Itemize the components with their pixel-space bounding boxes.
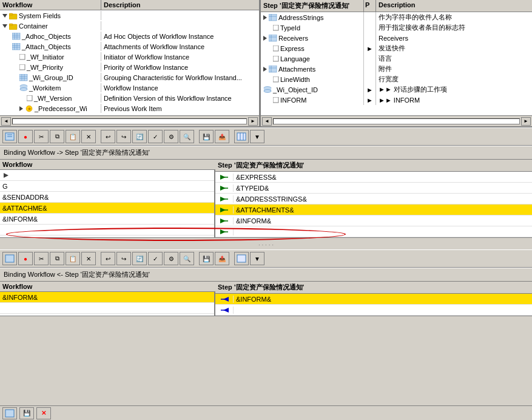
binding-row-highlighted[interactable]: &ATTACHMENTS&	[215, 205, 532, 215]
toolbar-btn-delete[interactable]: ✕	[81, 130, 96, 143]
toolbar-btn-undo2[interactable]: ↩	[101, 252, 115, 265]
scroll-right-btn[interactable]: ►	[248, 117, 258, 126]
arrow-left-icon	[220, 296, 229, 303]
status-btn2[interactable]: 💾	[19, 407, 34, 419]
scroll-track[interactable]	[12, 118, 247, 124]
expand-icon[interactable]	[263, 36, 267, 41]
square-icon	[273, 46, 279, 52]
binding-row[interactable]	[215, 305, 532, 316]
tree-row[interactable]: ★ _Predecessor_Wi Previous Work Item	[0, 103, 259, 113]
tree-row[interactable]: _Attach_Objects Attachments of Workflow …	[0, 41, 259, 52]
right-row[interactable]: LineWidth 行宽度	[261, 74, 532, 84]
status-btn3[interactable]: ✕	[36, 407, 51, 419]
binding-row[interactable]	[0, 225, 214, 235]
right-row[interactable]: _Wi_Object_ID ► ►► 对话步骤的工作项	[261, 84, 532, 95]
svg-rect-35	[273, 56, 278, 61]
expand-icon[interactable]	[2, 14, 7, 18]
toolbar-btn-redo[interactable]: ↪	[116, 130, 131, 143]
left-hscroll[interactable]: ◄ ►	[0, 115, 259, 126]
toolbar-btn-refresh[interactable]: 🔄	[132, 130, 147, 143]
right-row[interactable]: Receivers Receivers	[261, 33, 532, 43]
toolbar-btn-save[interactable]: 💾	[199, 130, 214, 143]
toolbar-btn-redo2[interactable]: ↪	[116, 252, 131, 265]
toolbar-btn-red2[interactable]: ●	[18, 252, 33, 265]
toolbar-btn-check[interactable]: ✓	[148, 130, 163, 143]
toolbar-btn-settings[interactable]: ⚙	[164, 130, 178, 143]
tree-cell-name: _Workitem	[0, 83, 101, 92]
tree-row[interactable]: _Workitem Workflow Instance	[0, 83, 259, 93]
right-hscroll[interactable]: ◄ ►	[261, 115, 532, 126]
tree-row[interactable]: _Wf_Version Definition Version of this W…	[0, 93, 259, 103]
right-row[interactable]: AddressStrings 作为字符串的收件人名称	[261, 12, 532, 22]
tree-row[interactable]: Container	[0, 21, 259, 31]
toolbar-btn-check2[interactable]: ✓	[148, 252, 163, 265]
svg-rect-63	[5, 255, 14, 262]
toolbar-btn-search2[interactable]: 🔍	[180, 252, 194, 265]
toolbar-btn-extra2[interactable]: ▼	[250, 252, 264, 265]
toolbar-btn-new2[interactable]	[2, 252, 17, 265]
left-tree-body[interactable]: System Fields Container	[0, 10, 259, 115]
tree-row[interactable]: _Wf_Priority Priority of Workflow Instan…	[0, 62, 259, 72]
right-row[interactable]: Language 语言	[261, 53, 532, 64]
scroll-track[interactable]	[273, 118, 520, 124]
binding-row[interactable]	[0, 170, 214, 181]
toolbar-btn-cut2[interactable]: ✂	[34, 252, 49, 265]
expand-icon[interactable]	[263, 67, 267, 72]
binding-row[interactable]: &INFORM&	[0, 214, 214, 225]
toolbar-btn-copy2[interactable]: ⧉	[50, 252, 64, 265]
right-row[interactable]: INFORM ► ►► INFORM	[261, 95, 532, 105]
toolbar-btn-refresh2[interactable]: 🔄	[132, 252, 147, 265]
expand-icon[interactable]	[263, 15, 267, 20]
binding-row-highlighted[interactable]: &ATTACHME&	[0, 203, 214, 214]
scroll-right-btn[interactable]: ►	[521, 117, 531, 126]
toolbar-btn-paste[interactable]: 📋	[66, 130, 80, 143]
scroll-left-btn[interactable]: ◄	[262, 117, 272, 126]
toolbar-btn-extra[interactable]: ▼	[250, 130, 264, 143]
binding-row[interactable]: &EXPRESS&	[215, 172, 532, 183]
right-row[interactable]: Express ► 发送快件	[261, 43, 532, 53]
toolbar-btn-paste2[interactable]: 📋	[66, 252, 80, 265]
binding-row[interactable]: &INFORM&	[215, 215, 532, 226]
right-row[interactable]: Attachments 附件	[261, 64, 532, 74]
toolbar-btn-new[interactable]	[2, 130, 17, 143]
binding-row[interactable]: &TYPEID&	[215, 183, 532, 194]
binding-row[interactable]: &SENDADDR&	[0, 192, 214, 203]
binding-row-highlighted[interactable]: &INFORM&	[0, 292, 214, 303]
grid-icon	[19, 74, 28, 81]
binding-left-section: Workflow G &SENDADDR& &ATTACHME& &INFORM…	[0, 160, 215, 237]
tree-cell-desc: Initiator of Workflow Instance	[101, 53, 259, 61]
toolbar-btn-cut[interactable]: ✂	[34, 130, 49, 143]
tree-row[interactable]: _Adhoc_Objects Ad Hoc Objects of Workflo…	[0, 31, 259, 41]
toolbar-btn-red[interactable]: ●	[18, 130, 33, 143]
tree-row[interactable]: _Wf_Initiator Initiator of Workflow Inst…	[0, 52, 259, 62]
arrow-cell	[215, 217, 234, 225]
right-tree-body[interactable]: AddressStrings 作为字符串的收件人名称 TypeId 用于指定接收…	[261, 12, 532, 115]
expand-icon[interactable]	[2, 24, 7, 28]
toolbar-btn-grid2[interactable]	[234, 252, 249, 265]
toolbar-btn-export[interactable]: 📤	[215, 130, 229, 143]
svg-rect-36	[269, 66, 277, 72]
right-cell-p	[364, 22, 376, 33]
toolbar-btn-search[interactable]: 🔍	[180, 130, 194, 143]
toolbar-btn-settings2[interactable]: ⚙	[164, 252, 178, 265]
tree-row[interactable]: System Fields	[0, 10, 259, 21]
node-label: AddressStrings	[278, 14, 324, 21]
binding-row[interactable]	[0, 303, 214, 314]
binding-row-highlighted[interactable]: &INFORM&	[215, 294, 532, 305]
binding-row[interactable]: &ADDRESSSTRINGS&	[215, 194, 532, 205]
toolbar-btn-export2[interactable]: 📤	[215, 252, 229, 265]
binding-left-cell: &SENDADDR&	[0, 192, 214, 202]
expand-icon[interactable]	[19, 106, 23, 111]
toolbar-btn-copy[interactable]: ⧉	[50, 130, 64, 143]
toolbar-btn-undo[interactable]: ↩	[101, 130, 115, 143]
right-cell-step: TypeId	[261, 22, 364, 33]
tree-row[interactable]: _Wi_Group_ID Grouping Characteristic for…	[0, 72, 259, 83]
toolbar-btn-delete2[interactable]: ✕	[81, 252, 96, 265]
status-btn1[interactable]	[2, 407, 17, 419]
scroll-left-btn[interactable]: ◄	[1, 117, 11, 126]
binding-row[interactable]	[215, 226, 532, 237]
toolbar-btn-save2[interactable]: 💾	[199, 252, 214, 265]
right-row[interactable]: TypeId 用于指定接收者条目的标志符	[261, 22, 532, 33]
toolbar-btn-grid[interactable]	[234, 130, 249, 143]
binding-row[interactable]: G	[0, 181, 214, 192]
